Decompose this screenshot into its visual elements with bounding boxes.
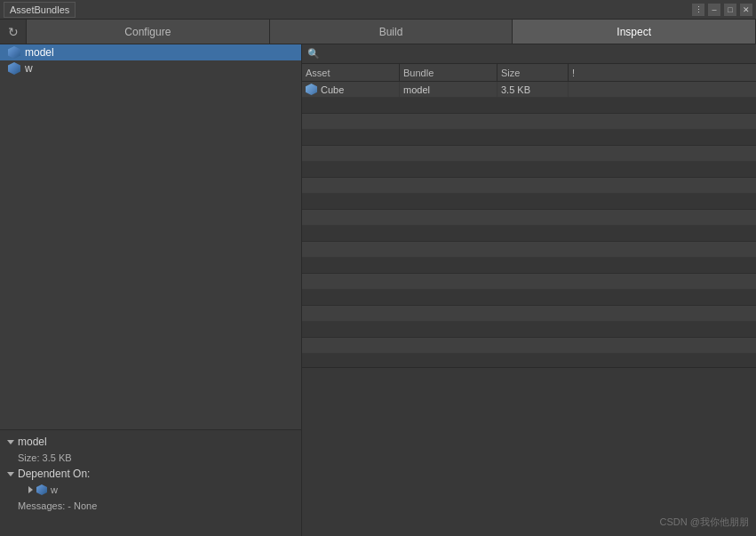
col-header-bundle: Bundle [400, 64, 497, 81]
table-row [302, 290, 756, 306]
bundle-item-w[interactable]: w [0, 60, 301, 76]
info-model-name: model [18, 436, 47, 448]
bundle-label-w: w [25, 62, 33, 75]
table-row [302, 130, 756, 146]
bundle-icon-w [7, 61, 21, 76]
bundle-item-model[interactable]: model [0, 44, 301, 60]
cell-extra [569, 82, 756, 97]
close-button[interactable]: ✕ [740, 4, 752, 16]
sub-item-label: w [51, 482, 58, 498]
window-controls: ⋮ – □ ✕ [692, 4, 752, 16]
size-value: 3.5 KB [43, 452, 72, 463]
table-row [302, 354, 756, 367]
table-row [302, 178, 756, 194]
col-header-size: Size [497, 64, 569, 81]
menu-button[interactable]: ⋮ [692, 4, 704, 16]
search-bar: 🔍 [302, 44, 756, 64]
search-icon: 🔍 [307, 48, 320, 60]
cell-size: 3.5 KB [497, 82, 569, 97]
dependent-item-w: w [7, 482, 294, 498]
table-row [302, 210, 756, 226]
collapse-icon[interactable] [7, 440, 14, 444]
table-row [302, 322, 756, 338]
messages-row: Messages: - None [7, 498, 294, 514]
model-info: model Size: 3.5 KB Dependent On: w Messa… [7, 436, 294, 514]
dependent-collapse-icon[interactable] [7, 472, 14, 476]
table-row [302, 274, 756, 290]
asset-table: Asset Bundle Size ! Cube [302, 64, 756, 367]
minimize-button[interactable]: – [708, 4, 720, 16]
left-panel: model w model Size: 3.5 KB [0, 44, 302, 536]
tab-bar: ↻ Configure Build Inspect [0, 20, 756, 44]
table-row [302, 194, 756, 210]
maximize-button[interactable]: □ [724, 4, 736, 16]
col-header-asset: Asset [302, 64, 400, 81]
bundle-label-model: model [25, 46, 54, 59]
table-row [302, 338, 756, 354]
cube-icon [306, 84, 317, 95]
bundle-list: model w [0, 44, 301, 429]
col-header-extra: ! [569, 64, 756, 81]
title-bar: AssetBundles ⋮ – □ ✕ [0, 0, 756, 20]
table-body: Cube model 3.5 KB [302, 82, 756, 367]
search-input[interactable] [323, 48, 751, 60]
info-panel: model Size: 3.5 KB Dependent On: w Messa… [0, 429, 301, 536]
table-row [302, 98, 756, 114]
table-row [302, 226, 756, 242]
table-row [302, 306, 756, 322]
table-header: Asset Bundle Size ! [302, 64, 756, 82]
cell-asset: Cube [302, 82, 400, 97]
right-bottom-panel [302, 367, 756, 536]
cell-bundle: model [400, 82, 497, 97]
size-label: Size: [18, 452, 39, 463]
info-title: model [7, 436, 294, 448]
right-panel: 🔍 Asset Bundle Size ! [302, 44, 756, 536]
main-layout: model w model Size: 3.5 KB [0, 44, 756, 536]
tab-inspect[interactable]: Inspect [513, 20, 756, 44]
sub-item-arrow [28, 486, 33, 493]
table-row [302, 114, 756, 130]
table-row [302, 162, 756, 178]
messages-value: - None [68, 500, 97, 511]
dependent-title: Dependent On: [7, 468, 294, 480]
bundle-icon [7, 45, 21, 60]
table-row [302, 146, 756, 162]
tab-configure[interactable]: Configure [27, 20, 270, 44]
table-row [302, 242, 756, 258]
info-size-row: Size: 3.5 KB [7, 450, 294, 466]
table-row [302, 258, 756, 274]
tab-build[interactable]: Build [270, 20, 513, 44]
table-row[interactable]: Cube model 3.5 KB [302, 82, 756, 98]
window-title: AssetBundles [4, 2, 76, 18]
refresh-button[interactable]: ↻ [0, 20, 27, 44]
dependent-label: Dependent On: [18, 468, 90, 480]
messages-label: Messages: [18, 500, 65, 511]
sub-bundle-icon [36, 484, 47, 495]
